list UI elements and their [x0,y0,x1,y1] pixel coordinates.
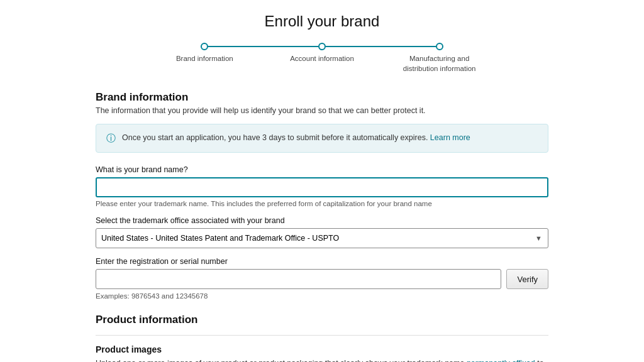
permanently-affixed-link[interactable]: permanently affixed [467,359,535,362]
serial-input[interactable] [96,269,501,289]
info-box: ⓘ Once you start an application, you hav… [96,124,548,153]
verify-button[interactable]: Verify [506,269,548,289]
trademark-label: Select the trademark office associated w… [96,216,548,225]
stepper-label-1: Brand information [176,54,233,64]
serial-label: Enter the registration or serial number [96,257,548,266]
stepper-step-1: Brand information [146,43,264,64]
stepper-label-2: Account information [290,54,354,64]
learn-more-link[interactable]: Learn more [430,133,470,142]
page-title: Enroll your brand [96,13,548,30]
product-section-title: Product information [96,314,548,326]
info-icon: ⓘ [106,133,116,145]
trademark-select-wrapper: United States - United States Patent and… [96,228,548,248]
brand-name-input[interactable] [96,177,548,197]
stepper-step-3: Manufacturing and distribution informati… [380,43,498,74]
page-container: Enroll your brand Brand information Acco… [70,0,574,362]
product-images-desc: Upload one or more images of your produc… [96,358,548,362]
stepper-label-3: Manufacturing and distribution informati… [402,54,477,74]
product-images-title: Product images [96,344,548,354]
brand-section: Brand information The information that y… [96,91,548,300]
brand-name-hint: Please enter your trademark name. This i… [96,200,548,207]
stepper-dot-1 [201,43,208,50]
stepper: Brand information Account information Ma… [96,43,548,74]
serial-examples: Examples: 9876543 and 12345678 [96,292,548,300]
brand-name-label: What is your brand name? [96,165,548,174]
trademark-select[interactable]: United States - United States Patent and… [96,228,548,248]
info-box-main-text: Once you start an application, you have … [122,133,428,142]
trademark-field-group: Select the trademark office associated w… [96,216,548,248]
product-images-desc-text: Upload one or more images of your produc… [96,359,464,362]
brand-section-desc: The information that you provide will he… [96,106,548,115]
serial-field-group: Enter the registration or serial number … [96,257,548,300]
brand-name-field-group: What is your brand name? Please enter yo… [96,165,548,207]
stepper-step-2: Account information [264,43,381,64]
product-section: Product information Product images Uploa… [96,314,548,362]
stepper-dot-2 [318,43,326,50]
serial-row: Verify [96,269,548,289]
divider [96,335,548,336]
info-box-text: Once you start an application, you have … [122,132,470,144]
stepper-dot-3 [436,43,443,50]
brand-section-title: Brand information [96,91,548,104]
